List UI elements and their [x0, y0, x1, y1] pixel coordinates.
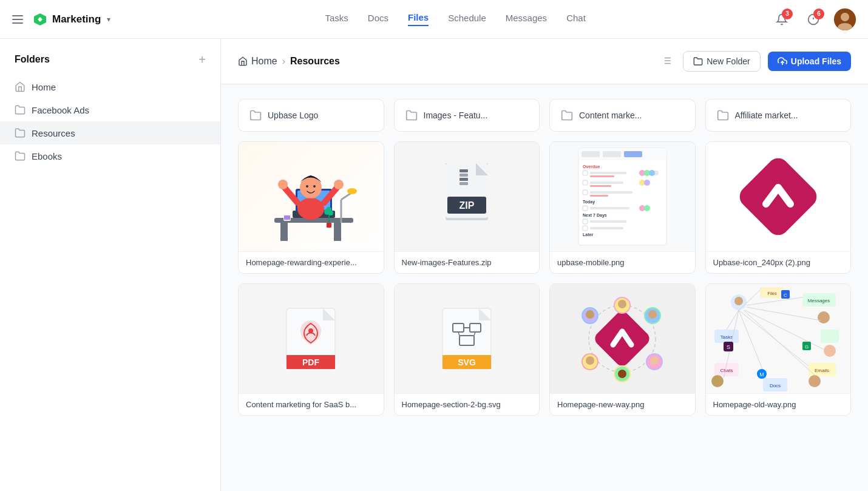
file-name: New-images-Features.zip — [395, 251, 540, 273]
folder-affiliate-market[interactable]: Affiliate market... — [705, 99, 852, 132]
files-grid: Upbase Logo Images - Featu... Content ma… — [221, 84, 868, 430]
svg-rect-67 — [590, 195, 608, 197]
svg-line-139 — [739, 310, 766, 378]
content-header: Home › Resources New Folder — [221, 39, 868, 84]
svg-point-112 — [586, 356, 594, 365]
nav-chat[interactable]: Chat — [566, 13, 586, 25]
file-homepage-old-way[interactable]: Messages Emails Docs Tasks — [705, 283, 852, 416]
svg-rect-66 — [590, 191, 632, 194]
svg-rect-41 — [459, 174, 468, 177]
folder-images-featu[interactable]: Images - Featu... — [394, 99, 540, 132]
new-folder-label: New Folder — [707, 56, 750, 66]
svg-point-26 — [306, 185, 308, 188]
file-svg[interactable]: SVG Homepage-section-2-bg.svg — [394, 283, 540, 416]
sidebar-item-resources[interactable]: Resources — [0, 121, 220, 144]
sidebar-item-facebook-ads[interactable]: Facebook Ads — [0, 98, 220, 121]
file-name: Homepage-old-way.png — [706, 393, 851, 415]
file-pdf[interactable]: PDF Content marketing for SaaS b... — [238, 283, 384, 416]
svg-text:Emails: Emails — [815, 368, 829, 373]
breadcrumb-separator: › — [282, 56, 285, 67]
svg-text:Overdue: Overdue — [583, 164, 600, 169]
network-svg: Messages Emails Docs Tasks — [708, 284, 848, 393]
nav-schedule[interactable]: Schedule — [448, 13, 486, 25]
svg-point-109 — [648, 310, 657, 319]
user-avatar[interactable] — [834, 8, 856, 30]
svg-point-81 — [308, 328, 313, 333]
upload-files-label: Upload Files — [791, 56, 841, 66]
file-preview — [239, 142, 384, 251]
file-homepage-new-way[interactable]: Homepage-new-way.png — [549, 283, 696, 416]
svg-rect-49 — [603, 151, 621, 157]
folder-name: Images - Featu... — [424, 110, 488, 120]
home-icon — [15, 81, 25, 92]
svg-point-107 — [618, 300, 626, 308]
file-preview — [706, 142, 851, 251]
file-homepage-rewarding[interactable]: Homepage-rewarding-experie... — [238, 141, 384, 274]
svg-line-21 — [283, 186, 297, 203]
svg-rect-61 — [590, 181, 623, 184]
file-name: Homepage-rewarding-experie... — [239, 251, 384, 273]
notifications-button[interactable]: 3 — [771, 8, 793, 30]
svg-text:M: M — [759, 371, 764, 378]
collab-svg — [552, 284, 692, 393]
breadcrumb-home[interactable]: Home — [238, 56, 277, 67]
brand-name: Marketing — [52, 13, 101, 25]
nav-docs[interactable]: Docs — [368, 13, 388, 25]
sidebar-item-home[interactable]: Home — [0, 75, 220, 98]
alerts-button[interactable]: 6 — [802, 8, 824, 30]
svg-point-24 — [334, 180, 344, 189]
screenshot-svg: Overdue — [575, 145, 670, 248]
svg-point-131 — [711, 375, 724, 387]
file-preview: PDF — [239, 284, 384, 393]
add-folder-button[interactable]: + — [198, 53, 206, 66]
svg-text:C: C — [784, 293, 787, 298]
nav-right-actions: 3 6 — [771, 8, 856, 30]
svg-rect-70 — [590, 207, 629, 209]
content-area: Home › Resources New Folder — [221, 39, 868, 491]
sidebar-item-resources-label: Resources — [32, 128, 75, 138]
file-preview: Messages Emails Docs Tasks — [706, 284, 851, 393]
svg-line-135 — [745, 310, 827, 351]
svg-text:Later: Later — [583, 232, 593, 237]
sidebar-title: Folders — [15, 54, 50, 65]
file-zip[interactable]: ZIP New-images-Features.zip — [394, 141, 540, 274]
sidebar-item-ebooks[interactable]: Ebooks — [0, 144, 220, 168]
breadcrumb-home-label: Home — [251, 56, 277, 67]
svg-point-108 — [618, 370, 626, 378]
svg-rect-77 — [590, 227, 623, 229]
file-upbase-mobile[interactable]: Overdue — [549, 141, 696, 274]
folder-icon-ebooks — [15, 151, 25, 161]
nav-tasks[interactable]: Tasks — [325, 13, 348, 25]
svg-text:PDF: PDF — [302, 357, 319, 367]
svg-text:ZIP: ZIP — [459, 200, 474, 211]
list-view-button[interactable] — [657, 52, 676, 72]
svg-point-114 — [734, 297, 743, 305]
svg-text:Docs: Docs — [770, 383, 781, 388]
svg-rect-62 — [590, 185, 611, 187]
upload-files-button[interactable]: Upload Files — [768, 52, 851, 71]
svg-rect-53 — [590, 172, 626, 174]
file-preview: SVG — [395, 284, 540, 393]
brand-logo[interactable]: Marketing ▾ — [33, 12, 110, 27]
nav-files[interactable]: Files — [408, 12, 429, 26]
folder-content-marke[interactable]: Content marke... — [549, 99, 696, 132]
file-name: Content marketing for SaaS b... — [239, 393, 384, 415]
file-upbase-icon[interactable]: Upbase-icon_240px (2).png — [705, 141, 852, 274]
new-folder-button[interactable]: New Folder — [683, 51, 761, 72]
folder-upbase-logo[interactable]: Upbase Logo — [238, 99, 384, 132]
nav-messages[interactable]: Messages — [506, 13, 547, 25]
sidebar-item-ebooks-label: Ebooks — [32, 151, 62, 161]
list-view-icon — [661, 55, 672, 66]
svg-rect-48 — [581, 151, 600, 157]
file-name: Upbase-icon_240px (2).png — [706, 251, 851, 273]
svg-rect-32 — [284, 215, 290, 220]
svg-rect-79 — [736, 154, 821, 239]
svg-point-30 — [347, 188, 357, 194]
upbase-diamond-svg — [736, 154, 821, 239]
svg-point-110 — [650, 356, 659, 365]
svg-text:Messages: Messages — [808, 298, 830, 303]
svg-point-23 — [278, 180, 288, 189]
svg-rect-16 — [334, 223, 341, 241]
breadcrumb: Home › Resources — [238, 56, 340, 67]
hamburger-menu[interactable] — [12, 15, 23, 24]
